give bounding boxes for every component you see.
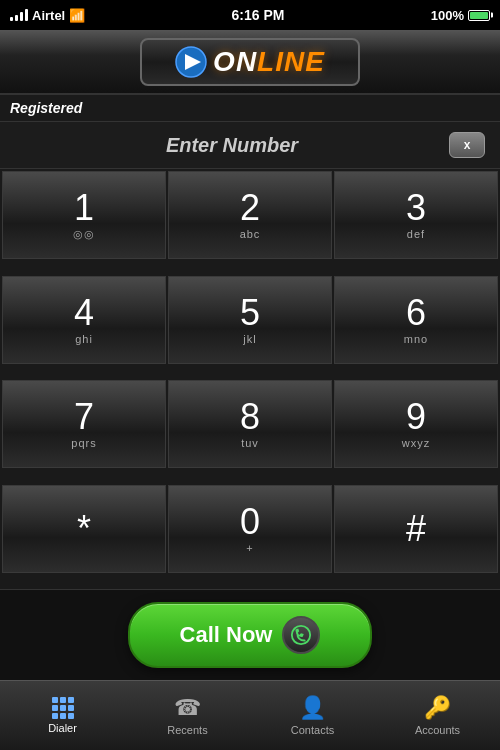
battery-icon [468,10,490,21]
tab-contacts-label: Contacts [291,724,334,736]
dial-key-5[interactable]: 5jkl [168,276,332,364]
tab-recents[interactable]: ☎ Recents [125,681,250,750]
dial-key-6[interactable]: 6mno [334,276,498,364]
number-input-placeholder[interactable]: Enter Number [15,134,449,157]
signal-bars-icon [10,9,28,21]
tab-bar: Dialer ☎ Recents 👤 Contacts 🔑 Accounts [0,680,500,750]
tab-dialer-label: Dialer [48,722,77,734]
dialer-grid-icon [52,697,74,719]
tab-accounts[interactable]: 🔑 Accounts [375,681,500,750]
dial-key-8[interactable]: 8tuv [168,380,332,468]
logo-on: ON [213,46,257,77]
dial-key-hash[interactable]: # [334,485,498,573]
call-area: Call Now [0,589,500,680]
tab-dialer[interactable]: Dialer [0,681,125,750]
logo-container: ONLINE [140,38,360,86]
wifi-icon: 📶 [69,8,85,23]
number-display: Enter Number x [0,122,500,169]
tab-accounts-label: Accounts [415,724,460,736]
logo-arrow-icon [175,46,207,78]
tab-recents-label: Recents [167,724,207,736]
logo-text: ONLINE [213,46,325,78]
logo-area: ONLINE [0,30,500,95]
main-content: ONLINE Registered Enter Number x 1◎◎2abc… [0,30,500,750]
logo-line: LINE [257,46,325,77]
recents-icon: ☎ [174,695,201,721]
dial-key-9[interactable]: 9wxyz [334,380,498,468]
dial-key-4[interactable]: 4ghi [2,276,166,364]
status-bar: Airtel 📶 6:16 PM 100% [0,0,500,30]
carrier-label: Airtel [32,8,65,23]
status-left: Airtel 📶 [10,8,85,23]
dialpad: 1◎◎2abc3def4ghi5jkl6mno7pqrs8tuv9wxyz*0+… [0,169,500,589]
contacts-icon: 👤 [299,695,326,721]
call-now-button[interactable]: Call Now [128,602,373,668]
backspace-button[interactable]: x [449,132,485,158]
registered-status: Registered [0,95,500,122]
call-now-label: Call Now [180,622,273,648]
dial-key-2[interactable]: 2abc [168,171,332,259]
dial-key-1[interactable]: 1◎◎ [2,171,166,259]
dial-key-0[interactable]: 0+ [168,485,332,573]
tab-contacts[interactable]: 👤 Contacts [250,681,375,750]
dial-key-star[interactable]: * [2,485,166,573]
status-time: 6:16 PM [232,7,285,23]
call-phone-icon [282,616,320,654]
dial-key-3[interactable]: 3def [334,171,498,259]
battery-percent-label: 100% [431,8,464,23]
dial-key-7[interactable]: 7pqrs [2,380,166,468]
status-right: 100% [431,8,490,23]
accounts-icon: 🔑 [424,695,451,721]
